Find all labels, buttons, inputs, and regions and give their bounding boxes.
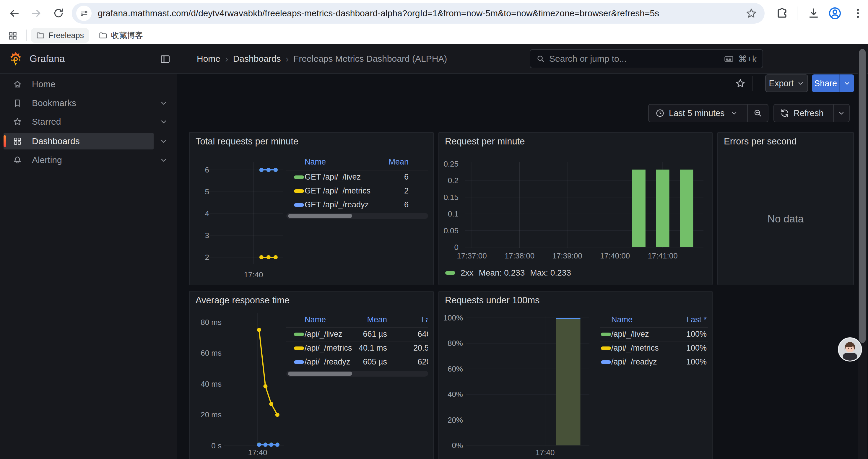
chevron-down-icon <box>797 80 804 87</box>
back-icon[interactable] <box>8 7 20 19</box>
legend-stat: Max: 0.233 <box>530 268 571 277</box>
bar <box>556 319 581 446</box>
legend-inline[interactable]: 2xxMean: 0.233Max: 0.233 <box>445 268 571 277</box>
x-tick-label: 17:41:00 <box>648 251 677 260</box>
y-tick-label: 0.15 <box>443 193 459 202</box>
legend-scrollbar-thumb[interactable] <box>288 214 352 218</box>
bookmark-star-icon[interactable] <box>745 7 757 19</box>
breadcrumb: Home › Dashboards › Freeleaps Metrics Da… <box>197 44 447 73</box>
url-text[interactable]: grafana.mathmast.com/d/deytv4rwavabkb/fr… <box>98 3 659 24</box>
legend-cell: 100% <box>642 357 707 366</box>
sidebar-item-home[interactable]: Home <box>4 76 154 93</box>
series-color-pill <box>294 347 304 350</box>
page-scrollbar-thumb[interactable] <box>859 49 866 343</box>
bar-cap <box>556 318 581 319</box>
legend-row-separator <box>286 212 428 212</box>
y-tick-label: 5 <box>205 187 209 196</box>
sidebar-item-bookmarks[interactable]: Bookmarks <box>4 95 154 111</box>
sidebar-item-alerting[interactable]: Alerting <box>4 152 154 168</box>
chevron-down-icon[interactable] <box>159 156 168 164</box>
y-tick-label: 40 ms <box>200 380 222 388</box>
chevron-down-icon <box>838 109 845 117</box>
grafana-logo-icon[interactable] <box>8 52 23 66</box>
panel-title[interactable]: Errors per second <box>724 136 797 147</box>
browser-menu-icon[interactable] <box>851 7 864 20</box>
y-tick-label: 0 <box>454 243 459 252</box>
series-point <box>267 168 271 172</box>
legend-cell: 6 <box>344 172 409 182</box>
bookmark-folder-label: 收藏博客 <box>111 30 143 41</box>
chevron-down-icon[interactable] <box>159 137 168 145</box>
refresh-button[interactable]: Refresh <box>774 108 833 118</box>
time-range-picker[interactable]: Last 5 minutes <box>649 108 747 118</box>
series-point <box>257 443 261 447</box>
series-point <box>257 328 261 332</box>
y-tick-label: 3 <box>205 231 209 240</box>
y-tick-label: 80 ms <box>200 318 222 327</box>
url-bar[interactable]: grafana.mathmast.com/d/deytv4rwavabkb/fr… <box>72 3 765 24</box>
legend-scrollbar-thumb[interactable] <box>288 371 352 376</box>
bar <box>632 169 646 247</box>
extensions-icon[interactable] <box>776 7 788 20</box>
profile-icon[interactable] <box>828 6 842 21</box>
chevron-down-icon[interactable] <box>159 118 168 126</box>
reload-icon[interactable] <box>53 7 64 19</box>
forward-icon[interactable] <box>30 7 42 19</box>
legend-cell: 6 <box>344 200 409 209</box>
bookmark-folder[interactable]: 收藏博客 <box>93 28 148 43</box>
dock-menu-icon[interactable] <box>159 54 171 65</box>
bar <box>680 169 693 247</box>
y-tick-label: 0% <box>452 441 463 450</box>
series-point <box>263 384 267 388</box>
sidebar-item-label: Dashboards <box>32 136 80 146</box>
x-tick-label: 17:40:00 <box>600 251 630 260</box>
legend-stat: Mean: 0.233 <box>479 268 525 277</box>
breadcrumb-home[interactable]: Home <box>197 54 220 64</box>
zoom-out-icon <box>753 108 763 118</box>
chevron-down-icon[interactable] <box>159 99 168 107</box>
search-shortcut: ⌘+k <box>738 54 756 64</box>
share-button[interactable]: Share <box>812 74 839 92</box>
sidebar-item-label: Starred <box>32 117 61 127</box>
series-point <box>274 168 278 172</box>
browser-toolbar: grafana.mathmast.com/d/deytv4rwavabkb/fr… <box>0 0 868 27</box>
sidebar-item-starred[interactable]: Starred <box>4 113 154 130</box>
chevron-down-icon <box>843 80 850 87</box>
x-tick-label: 17:40 <box>244 270 263 279</box>
series-line <box>259 330 277 415</box>
bookmark-folder[interactable]: Freeleaps <box>31 28 89 43</box>
legend-cell: 20.5 ms <box>377 343 428 353</box>
export-button[interactable]: Export <box>765 74 808 92</box>
legend-column-header[interactable]: Name <box>611 315 632 324</box>
toolbar-divider <box>797 6 797 20</box>
brand-name: Grafana <box>30 53 65 64</box>
apps-grid-icon[interactable] <box>8 31 18 41</box>
share-menu-button[interactable] <box>839 74 854 92</box>
site-settings-icon[interactable] <box>76 6 92 21</box>
legend-column-header[interactable]: Last * <box>642 315 707 324</box>
breadcrumb-dashboards[interactable]: Dashboards <box>233 54 281 64</box>
series-color-pill <box>601 347 611 350</box>
legend-column-header[interactable]: Mean <box>344 157 409 167</box>
downloads-icon[interactable] <box>807 7 820 20</box>
search-input[interactable]: Search or jump to... ⌘+k <box>530 49 763 68</box>
series-point <box>267 255 271 259</box>
refresh-interval-button[interactable] <box>834 109 849 117</box>
favorite-star-icon[interactable] <box>735 78 746 89</box>
legend-column-header[interactable]: Last * <box>377 315 428 324</box>
legend-column-header[interactable]: Name <box>305 157 326 167</box>
x-tick-label: 17:38:00 <box>505 251 534 260</box>
legend-series-name[interactable]: 2xx <box>461 268 473 277</box>
assistant-avatar[interactable] <box>838 337 862 362</box>
legend-cell: 2 <box>344 186 409 196</box>
sidebar-item-label: Home <box>32 79 56 89</box>
zoom-out-button[interactable] <box>748 108 768 118</box>
y-tick-label: 0.05 <box>443 226 459 235</box>
sidebar-item-dashboards[interactable]: Dashboards <box>4 133 154 150</box>
legend-cell: 646 µs <box>377 330 428 339</box>
legend-cell: 620 µs <box>377 357 428 366</box>
toolbar-divider <box>752 76 753 91</box>
panel-errors-per-second: Errors per second No data <box>717 132 854 285</box>
search-placeholder: Search or jump to... <box>549 54 627 64</box>
bookmark-icon <box>12 98 23 108</box>
